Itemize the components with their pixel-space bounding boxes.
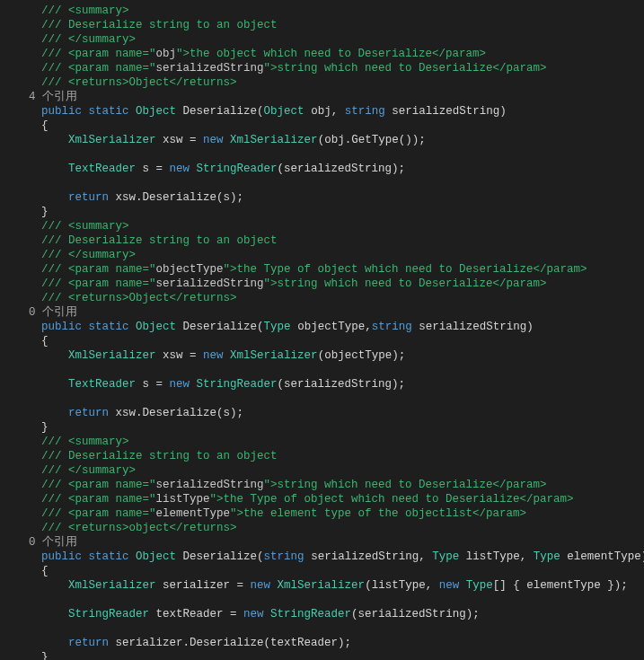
doc-comment: /// <param name="obj">the object which n… <box>0 47 644 61</box>
doc-comment: /// </summary> <box>0 32 644 47</box>
doc-comment: /// <returns>object</returns> <box>0 521 644 535</box>
doc-comment: /// <summary> <box>0 435 644 449</box>
brace-close: } <box>0 650 644 660</box>
doc-comment: /// <param name="objectType">the Type of… <box>0 262 644 277</box>
method-signature: public static Object Deserialize(Type ob… <box>0 320 644 334</box>
doc-comment: /// </summary> <box>0 463 644 478</box>
code-line: XmlSerializer xsw = new XmlSerializer(ob… <box>0 133 644 147</box>
doc-comment: /// Deserialize string to an object <box>0 233 644 248</box>
codelens-refs[interactable]: 0 个引用 <box>0 305 644 320</box>
code-editor[interactable]: /// <summary> /// Deserialize string to … <box>0 0 644 660</box>
doc-comment: /// Deserialize string to an object <box>0 18 644 32</box>
doc-comment: /// <param name="elementType">the elemen… <box>0 506 644 521</box>
brace-open: { <box>0 119 644 133</box>
brace-close: } <box>0 205 644 219</box>
doc-comment: /// <param name="listType">the Type of o… <box>0 492 644 506</box>
code-line: TextReader s = new StringReader(serializ… <box>0 162 644 176</box>
brace-open: { <box>0 334 644 348</box>
brace-open: { <box>0 564 644 578</box>
blank-line <box>0 621 644 636</box>
doc-comment: /// <returns>Object</returns> <box>0 75 644 90</box>
doc-comment: /// </summary> <box>0 248 644 262</box>
code-line: return xsw.Deserialize(s); <box>0 406 644 420</box>
code-line: XmlSerializer serializer = new XmlSerial… <box>0 578 644 593</box>
codelens-refs[interactable]: 0 个引用 <box>0 535 644 550</box>
code-line: StringReader textReader = new StringRead… <box>0 607 644 621</box>
brace-close: } <box>0 420 644 435</box>
doc-comment: /// <summary> <box>0 219 644 233</box>
blank-line <box>0 593 644 607</box>
doc-comment: /// <param name="serializedString">strin… <box>0 277 644 291</box>
doc-comment: /// <param name="serializedString">strin… <box>0 478 644 492</box>
codelens-refs[interactable]: 4 个引用 <box>0 90 644 104</box>
doc-comment: /// <returns>Object</returns> <box>0 291 644 305</box>
doc-comment: /// <summary> <box>0 4 644 18</box>
doc-comment: /// <param name="serializedString">strin… <box>0 61 644 75</box>
method-signature: public static Object Deserialize(Object … <box>0 104 644 119</box>
doc-comment: /// Deserialize string to an object <box>0 449 644 463</box>
code-line: return serializer.Deserialize(textReader… <box>0 636 644 650</box>
blank-line <box>0 363 644 377</box>
code-line: XmlSerializer xsw = new XmlSerializer(ob… <box>0 348 644 363</box>
code-line: return xsw.Deserialize(s); <box>0 190 644 205</box>
blank-line <box>0 147 644 162</box>
blank-line <box>0 176 644 190</box>
code-line: TextReader s = new StringReader(serializ… <box>0 377 644 392</box>
method-signature: public static Object Deserialize(string … <box>0 550 644 564</box>
blank-line <box>0 392 644 406</box>
